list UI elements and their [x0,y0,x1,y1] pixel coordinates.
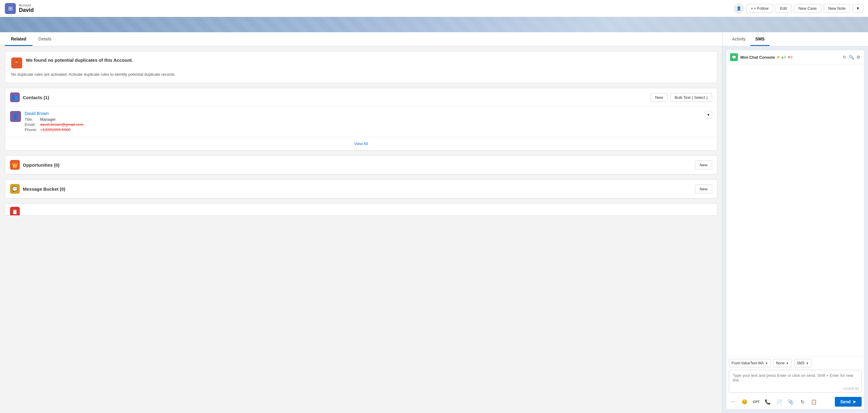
account-name: David [19,7,34,13]
tab-activity[interactable]: Activity [727,32,750,46]
from-select[interactable]: From:ValueText-WA ▼ [729,359,771,367]
opportunities-new-button[interactable]: New [695,160,712,169]
contacts-btn-group: New Bulk Text ( Select ) [651,93,712,102]
contact-phone-label: Phone: [25,127,38,132]
to-select[interactable]: None ▼ [773,359,792,367]
left-tabs: Related Details [0,32,722,46]
contacts-bulk-text-button[interactable]: Bulk Text ( Select ) [670,93,712,102]
message-bucket-header: 💬 Message Bucket (0) New [5,180,717,198]
app-header: ⊞ Account David 👤 + + Follow Edit New Ca… [0,0,868,17]
contact-email-label: Email: [25,122,38,127]
new-case-button[interactable]: New Case [794,4,821,13]
contacts-title: Contacts (1) [23,95,49,100]
contact-phone-field: Phone: +1(555)555-5500 [25,127,701,132]
header-right: 👤 + + Follow Edit New Case New Note ▼ [734,4,863,13]
contact-title-label: Title: [25,117,38,122]
page-banner [0,17,868,32]
contacts-view-all[interactable]: View All [5,137,717,150]
contact-email-value: david.brown@gmail.com [40,122,84,127]
search-icon[interactable]: 🔍 [849,55,854,60]
chat-panel: 💬 Mini Chat Console ▲0 ▼0 ↻ 🔍 ⚙ [722,46,868,413]
opportunities-header-left: 👑 Opportunities (0) [10,160,60,170]
message-bucket-header-left: 💬 Message Bucket (0) [10,184,65,194]
opportunities-header: 👑 Opportunities (0) New [5,156,717,174]
right-tabs: Activity SMS [722,32,868,46]
contact-dropdown-button[interactable]: ▼ [705,111,712,118]
main-layout: Related Details 🏃 We found no potential … [0,32,868,413]
message-bucket-card: 💬 Message Bucket (0) New [5,179,717,199]
chat-counter: ~0/1600 [0] [842,387,859,390]
extra-card: 📋 [5,203,717,216]
edit-button[interactable]: Edit [776,4,792,13]
contact-title-field: Title: Manager [25,117,701,122]
extra-card-icon: 📋 [10,207,20,216]
opportunities-icon: 👑 [10,160,20,170]
follow-button[interactable]: + + Follow [746,4,773,13]
status-up: ▲0 [781,55,786,59]
account-info: Account David [19,3,34,13]
copy-icon[interactable]: 📋 [810,397,818,406]
user-icon-button[interactable]: 👤 [734,4,744,13]
action-icons: ··· 😊 GPT 📞 📄 📎 ↻ 📋 [729,397,818,406]
contacts-card: 👥 Contacts (1) New Bulk Text ( Select ) … [5,88,717,151]
contact-email-field: Email: david.brown@gmail.com [25,122,701,127]
duplicate-icon: 🏃 [11,57,22,68]
chat-title: Mini Chat Console [740,55,775,60]
contacts-new-button[interactable]: New [651,93,668,102]
duplicate-title: We found no potential duplicates of this… [26,57,133,63]
status-dot-yellow [777,56,780,58]
message-bucket-icon: 💬 [10,184,20,194]
chat-controls: From:ValueText-WA ▼ None ▼ SMS ▼ [726,356,864,370]
emoji-icon[interactable]: 😊 [740,397,749,406]
chat-body [726,64,864,356]
phone-icon[interactable]: 📞 [764,397,772,406]
gpt-icon[interactable]: GPT [752,397,761,406]
contact-title-value: Manager [40,117,56,122]
duplicate-content: We found no potential duplicates of this… [26,57,133,66]
contacts-icon: 👥 [10,92,20,102]
chat-input[interactable] [729,370,861,391]
opportunities-card: 👑 Opportunities (0) New [5,155,717,175]
send-arrow-icon: ➤ [852,399,856,404]
tab-related[interactable]: Related [5,32,33,46]
opportunities-title: Opportunities (0) [23,163,60,168]
duplicate-notice-card: 🏃 We found no potential duplicates of th… [5,51,717,83]
tab-sms[interactable]: SMS [750,32,769,46]
template-icon[interactable]: 📄 [775,397,783,406]
contact-info: David Brown Title: Manager Email: david.… [25,111,701,132]
refresh2-icon[interactable]: ↻ [798,397,807,406]
more-options-icon[interactable]: ··· [729,397,737,406]
contacts-header-left: 👥 Contacts (1) [10,92,49,102]
tab-details[interactable]: Details [33,32,58,46]
from-select-arrow: ▼ [765,362,768,365]
right-panel: Activity SMS 💬 Mini Chat Console ▲0 ▼0 [722,32,868,413]
send-button[interactable]: Send ➤ [835,397,862,407]
contact-avatar: 👤 [10,111,21,122]
app-icon: ⊞ [5,3,16,14]
left-panel: Related Details 🏃 We found no potential … [0,32,722,413]
attachment-icon[interactable]: 📎 [786,397,795,406]
message-bucket-title: Message Bucket (0) [23,186,65,191]
plus-icon: + [751,6,753,11]
chat-status: ▲0 ▼0 [777,55,792,59]
contact-phone-value: +1(555)555-5500 [40,127,70,132]
account-label: Account [19,3,34,7]
action-bar: ··· 😊 GPT 📞 📄 📎 ↻ 📋 Send ➤ [726,395,864,409]
chat-title-group: 💬 Mini Chat Console ▲0 ▼0 [730,53,792,61]
chat-header-icons: ↻ 🔍 ⚙ [843,55,860,60]
chat-header: 💬 Mini Chat Console ▲0 ▼0 ↻ 🔍 ⚙ [726,50,864,64]
duplicate-description: No duplicate rules are activated. Activa… [11,72,711,77]
new-note-button[interactable]: New Note [824,4,850,13]
refresh-icon[interactable]: ↻ [843,55,846,60]
settings-icon[interactable]: ⚙ [857,55,860,60]
status-down: ▼0 [787,55,792,59]
header-left: ⊞ Account David [5,3,34,14]
contact-name[interactable]: David Brown [25,111,701,116]
more-actions-dropdown[interactable]: ▼ [852,4,863,13]
message-bucket-new-button[interactable]: New [695,185,712,194]
channel-select-arrow: ▼ [806,362,809,365]
chat-console-icon: 💬 [730,53,738,61]
channel-select[interactable]: SMS ▼ [794,359,812,367]
chat-input-area: ~0/1600 [0] [729,370,862,393]
chat-card: 💬 Mini Chat Console ▲0 ▼0 ↻ 🔍 ⚙ [726,50,864,409]
